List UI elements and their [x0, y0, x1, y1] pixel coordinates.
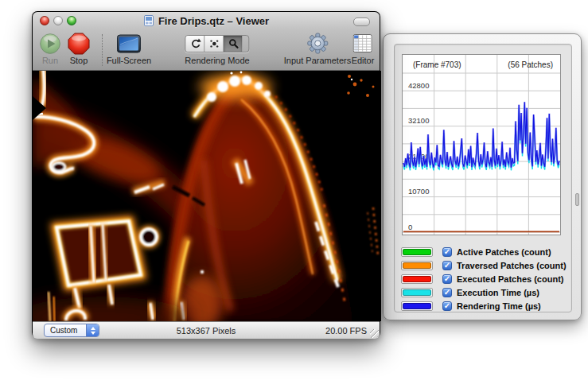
magnifier-icon [227, 37, 239, 50]
window-resize-grip[interactable] [370, 329, 379, 338]
window-chrome: Fire Drips.qtz – Viewer Run [33, 12, 380, 71]
svg-text:(56 Patches): (56 Patches) [508, 60, 553, 69]
panel-resize-handle[interactable] [575, 193, 579, 206]
stop-label: Stop [68, 56, 90, 65]
legend-color-well[interactable] [401, 288, 433, 297]
series-color-swatch [403, 303, 431, 309]
legend-checkbox[interactable]: ✓ [442, 301, 452, 311]
svg-text:0: 0 [408, 223, 412, 231]
performance-graph-plot: 428003210021400107000(Frame #703)(56 Pat… [403, 55, 560, 235]
performance-graph: 428003210021400107000(Frame #703)(56 Pat… [402, 54, 561, 235]
window-title: Fire Drips.qtz – Viewer [143, 15, 269, 27]
legend-checkbox[interactable]: ✓ [442, 247, 452, 257]
run-label: Run [39, 56, 61, 65]
performance-panel: 428003210021400107000(Frame #703)(56 Pat… [383, 33, 582, 320]
legend-row: ✓Traversed Patches (count) [401, 258, 567, 272]
rendering-mode-refresh-segment[interactable] [185, 36, 204, 52]
legend-label: Execution Time (µs) [457, 288, 539, 297]
rendering-mode-control: Rendering Mode [185, 31, 249, 65]
legend-label: Active Patches (count) [457, 247, 551, 257]
performance-well: 428003210021400107000(Frame #703)(56 Pat… [394, 44, 572, 312]
stop-icon [68, 33, 90, 55]
display-icon [117, 34, 141, 53]
status-bar: Custom 513x367 Pixels 20.00 FPS [33, 321, 380, 339]
stop-button[interactable]: Stop [68, 31, 90, 65]
series-color-swatch [403, 276, 431, 282]
legend: ✓Active Patches (count)✓Traversed Patche… [401, 245, 567, 312]
legend-label: Executed Patches (count) [457, 274, 563, 284]
legend-row: ✓Rendering Time (µs) [401, 299, 567, 312]
run-icon [39, 33, 61, 55]
svg-text:(Frame #703): (Frame #703) [413, 60, 461, 69]
legend-color-well[interactable] [401, 274, 433, 284]
legend-checkbox[interactable]: ✓ [442, 288, 452, 297]
toolbar-separator [102, 34, 103, 66]
fps-readout: 20.00 FPS [325, 326, 367, 336]
grid-icon [353, 34, 372, 52]
legend-row: ✓Executed Patches (count) [401, 272, 567, 285]
run-button[interactable]: Run [39, 31, 61, 65]
series-color-swatch [403, 249, 431, 255]
rendering-mode-profile-segment[interactable] [204, 36, 224, 52]
minimize-button[interactable] [53, 16, 63, 25]
rendering-mode-label: Rendering Mode [185, 56, 249, 65]
legend-color-well[interactable] [401, 301, 433, 311]
legend-label: Traversed Patches (count) [457, 261, 567, 270]
legend-checkbox[interactable]: ✓ [442, 261, 452, 270]
svg-text:10700: 10700 [408, 187, 429, 196]
input-parameters-button[interactable]: Input Parameters [284, 31, 351, 65]
input-parameters-label: Input Parameters [284, 56, 351, 65]
legend-label: Rendering Time (µs) [457, 301, 541, 311]
legend-checkbox[interactable]: ✓ [442, 274, 452, 284]
svg-text:42800: 42800 [408, 81, 429, 90]
legend-row: ✓Execution Time (µs) [401, 285, 567, 299]
close-button[interactable] [40, 16, 49, 25]
toolbar: Run Stop [33, 29, 380, 70]
legend-row: ✓Active Patches (count) [401, 245, 567, 258]
viewer-canvas [33, 71, 381, 321]
zoom-button[interactable] [67, 16, 76, 25]
gear-icon [307, 33, 329, 54]
series-color-swatch [403, 262, 431, 269]
fullscreen-label: Full-Screen [107, 56, 151, 65]
fullscreen-button[interactable]: Full-Screen [107, 31, 151, 65]
sprite-icon [208, 37, 220, 50]
titlebar[interactable]: Fire Drips.qtz – Viewer [33, 12, 380, 29]
viewer-window: Fire Drips.qtz – Viewer Run [32, 11, 380, 338]
rendered-frame [33, 71, 381, 321]
toolbar-toggle-pill[interactable] [353, 17, 370, 26]
traffic-lights [40, 16, 76, 25]
editor-label: Editor [352, 56, 375, 65]
refresh-icon [189, 37, 201, 50]
svg-text:32100: 32100 [408, 116, 429, 125]
rendering-mode-inspect-segment[interactable] [224, 36, 242, 52]
legend-color-well[interactable] [401, 261, 433, 270]
legend-color-well[interactable] [401, 247, 433, 257]
window-title-text: Fire Drips.qtz – Viewer [158, 15, 269, 27]
editor-button[interactable]: Editor [352, 31, 375, 65]
series-color-swatch [403, 289, 431, 296]
document-icon [143, 15, 154, 26]
